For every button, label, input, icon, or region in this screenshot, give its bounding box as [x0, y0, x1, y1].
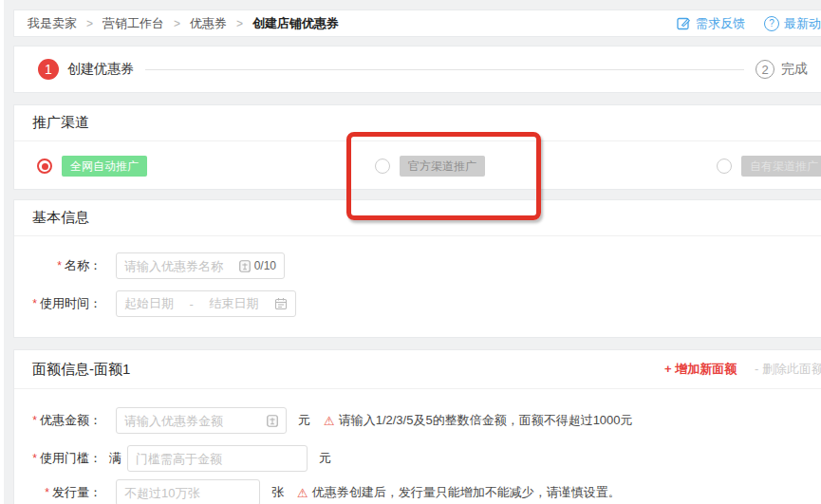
required-asterisk: * [57, 259, 62, 272]
threshold-label-text: 使用门槛： [40, 451, 102, 465]
step-connector-line [145, 69, 744, 70]
required-asterisk: * [32, 297, 37, 310]
warning-triangle-icon: ⚠ [297, 486, 308, 500]
threshold-label: *使用门槛： [14, 450, 102, 467]
threshold-prefix: 满 [109, 450, 121, 467]
required-asterisk: * [32, 452, 37, 465]
breadcrumb-separator: > [236, 17, 243, 30]
threshold-row: *使用门槛： 满 元 [14, 445, 821, 472]
radio-unselected-icon[interactable] [717, 159, 732, 174]
feedback-link-label: 需求反馈 [696, 15, 745, 32]
amount-warning: ⚠ 请输入1/2/3/5及5的整数倍金额，面额不得超过1000元 [324, 412, 633, 429]
step1-label: 创建优惠券 [67, 61, 134, 78]
breadcrumb-bar: 我是卖家 > 营销工作台 > 优惠券 > 创建店铺优惠券 需求反馈 ? 最新动态 [13, 9, 821, 37]
promo-option-auto-network[interactable]: 全网自动推广 [37, 156, 147, 177]
threshold-input[interactable] [136, 452, 299, 466]
coupon-name-label-text: 名称： [65, 258, 102, 272]
issue-volume-row: *发行量： 张 ⚠ 优惠券创建后，发行量只能增加不能减少，请谨慎设置。 [14, 479, 821, 504]
end-date-placeholder: 结束日期 [209, 295, 258, 312]
remove-denomination-button: - 删除此面额 [755, 361, 821, 378]
step2-circle: 2 [756, 60, 774, 79]
step1-circle: 1 [38, 59, 59, 80]
promo-option-own-channel[interactable]: 自有渠道推广 [717, 156, 821, 177]
denomination-section-title: 面额信息-面额1 [32, 361, 130, 379]
issue-volume-input[interactable] [124, 486, 252, 500]
char-count-icon [267, 415, 278, 427]
add-denomination-button[interactable]: + 增加新面额 [664, 361, 737, 378]
latest-news-link-label: 最新动态 [784, 15, 821, 32]
breadcrumb-item-seller-home[interactable]: 我是卖家 [28, 15, 77, 32]
step-progress-bar: 1 创建优惠券 2 完成 [13, 46, 821, 93]
basic-section-title: 基本信息 [32, 209, 89, 227]
breadcrumb-item-create-coupon: 创建店铺优惠券 [252, 15, 339, 32]
required-asterisk: * [45, 486, 49, 499]
promo-section-title: 推广渠道 [32, 114, 89, 132]
breadcrumb-item-marketing[interactable]: 营销工作台 [103, 15, 164, 32]
char-counter: 0/10 [254, 259, 276, 272]
radio-selected-icon[interactable] [37, 159, 52, 174]
use-time-label-text: 使用时间： [40, 296, 102, 310]
threshold-input-box [127, 445, 308, 472]
coupon-name-row: *名称： 0/10 [14, 252, 821, 279]
feedback-link[interactable]: 需求反馈 [677, 15, 745, 32]
edit-pencil-icon [677, 16, 691, 30]
issue-volume-label-text: 发行量： [52, 485, 102, 499]
issue-volume-label: *发行量： [14, 484, 102, 501]
issue-warning: ⚠ 优惠券创建后，发行量只能增加不能减少，请谨慎设置。 [297, 484, 621, 501]
red-highlight-annotation [346, 132, 541, 220]
warning-triangle-icon: ⚠ [324, 414, 335, 428]
topbar-links: 需求反馈 ? 最新动态 [677, 10, 821, 36]
breadcrumb-separator: > [86, 17, 93, 30]
discount-amount-input-box [116, 407, 287, 434]
date-range-picker[interactable]: 起始日期 - 结束日期 [116, 290, 296, 317]
amount-unit: 元 [298, 412, 310, 429]
step2-label: 完成 [781, 61, 808, 78]
denomination-section-header: 面额信息-面额1 + 增加新面额 - 删除此面额 [14, 350, 821, 389]
threshold-unit: 元 [319, 450, 331, 467]
issue-volume-input-box [116, 479, 260, 504]
discount-amount-row: *优惠金额： 元 ⚠ 请输入1/2/3/5及5的整数倍金额，面额不得超过1000… [14, 407, 821, 434]
promo-option-badge[interactable]: 自有渠道推广 [741, 156, 821, 177]
discount-amount-label-text: 优惠金额： [40, 413, 102, 427]
discount-amount-input[interactable] [124, 414, 267, 428]
coupon-name-input-box: 0/10 [116, 252, 285, 279]
required-asterisk: * [32, 414, 37, 427]
start-date-placeholder: 起始日期 [124, 295, 174, 312]
use-time-label: *使用时间： [14, 295, 102, 312]
calendar-icon [274, 297, 288, 310]
promo-option-badge[interactable]: 全网自动推广 [62, 156, 147, 177]
discount-amount-label: *优惠金额： [14, 412, 102, 429]
question-circle-icon: ? [764, 16, 779, 31]
amount-warning-text: 请输入1/2/3/5及5的整数倍金额，面额不得超过1000元 [339, 412, 633, 429]
denomination-section: 面额信息-面额1 + 增加新面额 - 删除此面额 *优惠金额： 元 ⚠ 请输入1… [13, 349, 821, 504]
coupon-name-label: *名称： [14, 257, 102, 274]
breadcrumb-separator: > [174, 17, 180, 30]
char-count-icon [239, 260, 251, 272]
breadcrumb-item-coupon[interactable]: 优惠券 [190, 15, 227, 32]
latest-news-link[interactable]: ? 最新动态 [764, 15, 821, 32]
issue-unit: 张 [271, 484, 284, 501]
page-left-strip [0, 0, 4, 504]
coupon-name-input[interactable] [124, 259, 239, 273]
use-time-row: *使用时间： 起始日期 - 结束日期 [14, 290, 821, 317]
date-range-separator: - [190, 297, 194, 311]
issue-warning-text: 优惠券创建后，发行量只能增加不能减少，请谨慎设置。 [312, 484, 621, 501]
